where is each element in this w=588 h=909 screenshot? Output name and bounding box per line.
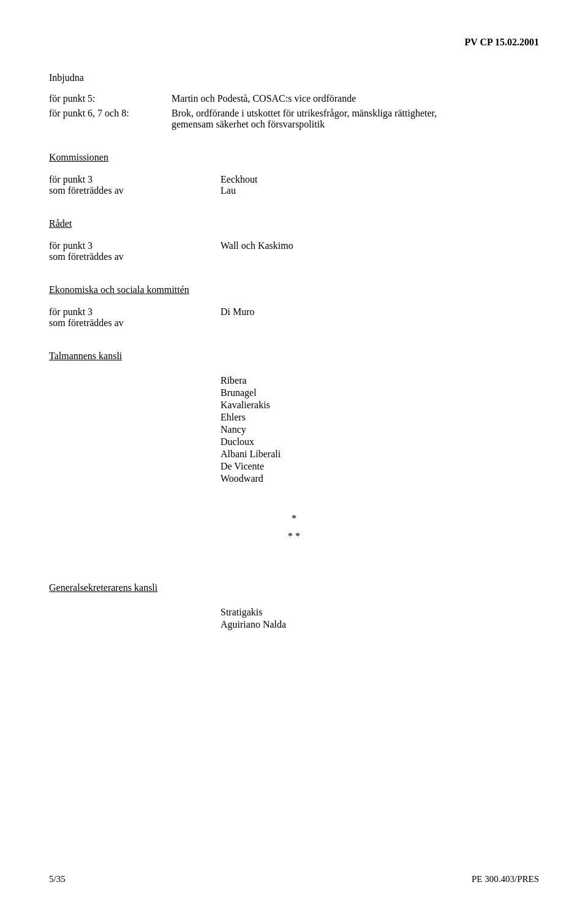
ekonomiska-punkt: för punkt 3 som företräddes av Di Muro: [49, 306, 539, 329]
star-line-2: * *: [49, 528, 539, 546]
talmannens-section: Talmannens kansli Ribera Brunagel Kavali…: [49, 351, 539, 485]
list-item: Ducloux: [221, 436, 281, 447]
generalsekreterarens-names: Stratigakis Aguiriano Nalda: [221, 607, 286, 631]
inbjudna-row-1: för punkt 5: Martin och Podestà, COSAC:s…: [49, 93, 539, 104]
ekonomiska-punkt-label: för punkt 3 som företräddes av: [49, 306, 221, 329]
talmannens-label-spacer: [49, 373, 221, 485]
inbjudna-heading: Inbjudna: [49, 72, 539, 83]
radet-section: Rådet för punkt 3 som företräddes av Wal…: [49, 218, 539, 262]
star-line-1: *: [49, 510, 539, 528]
page-number: 5/35: [49, 874, 66, 884]
list-item: Aguiriano Nalda: [221, 619, 286, 630]
list-item: Brunagel: [221, 387, 281, 398]
inbjudna-section: Inbjudna för punkt 5: Martin och Podestà…: [49, 72, 539, 130]
inbjudna-value-1: Martin och Podestà, COSAC:s vice ordföra…: [172, 93, 539, 104]
generalsekreterarens-label-spacer: [49, 604, 221, 631]
talmannens-heading: Talmannens kansli: [49, 351, 539, 362]
list-item: Woodward: [221, 473, 281, 484]
inbjudna-label-2: för punkt 6, 7 och 8:: [49, 108, 172, 130]
kommissionen-heading: Kommissionen: [49, 152, 539, 163]
inbjudna-value-2: Brok, ordförande i utskottet för utrikes…: [172, 108, 539, 130]
list-item: Albani Liberali: [221, 449, 281, 460]
kommissionen-section: Kommissionen för punkt 3 som företräddes…: [49, 152, 539, 196]
radet-heading: Rådet: [49, 218, 539, 229]
list-item: Nancy: [221, 424, 281, 435]
talmannens-names-block: Ribera Brunagel Kavalierakis Ehlers Nanc…: [49, 373, 539, 485]
kommissionen-punkt: för punkt 3 som företräddes av EeckhoutL…: [49, 174, 539, 196]
radet-punkt-label: för punkt 3 som företräddes av: [49, 240, 221, 262]
list-item: Ehlers: [221, 412, 281, 423]
kommissionen-punkt-label: för punkt 3 som företräddes av: [49, 174, 221, 196]
radet-punkt: för punkt 3 som företräddes av Wall och …: [49, 240, 539, 262]
generalsekreterarens-names-block: Stratigakis Aguiriano Nalda: [49, 604, 539, 631]
ekonomiska-section: Ekonomiska och sociala kommittén för pun…: [49, 284, 539, 329]
generalsekreterarens-section: Generalsekreterarens kansli Stratigakis …: [49, 582, 539, 631]
list-item: De Vicente: [221, 461, 281, 472]
list-item: Kavalierakis: [221, 400, 281, 411]
stars-divider: * * *: [49, 510, 539, 546]
ekonomiska-heading: Ekonomiska och sociala kommittén: [49, 284, 539, 295]
talmannens-names: Ribera Brunagel Kavalierakis Ehlers Nanc…: [221, 375, 281, 485]
list-item: Stratigakis: [221, 607, 286, 618]
list-item: Ribera: [221, 375, 281, 386]
page: PV CP 15.02.2001 Inbjudna för punkt 5: M…: [0, 0, 588, 909]
ekonomiska-reps: Di Muro: [221, 306, 255, 329]
document-reference: PE 300.403/PRES: [472, 874, 539, 884]
page-title: PV CP 15.02.2001: [465, 37, 539, 47]
page-header: PV CP 15.02.2001: [49, 37, 539, 48]
inbjudna-label-1: för punkt 5:: [49, 93, 172, 104]
generalsekreterarens-heading: Generalsekreterarens kansli: [49, 582, 539, 593]
radet-reps: Wall och Kaskimo: [221, 240, 293, 262]
kommissionen-reps: EeckhoutLau: [221, 174, 257, 196]
inbjudna-row-2: för punkt 6, 7 och 8: Brok, ordförande i…: [49, 108, 539, 130]
page-footer: 5/35 PE 300.403/PRES: [49, 874, 539, 884]
